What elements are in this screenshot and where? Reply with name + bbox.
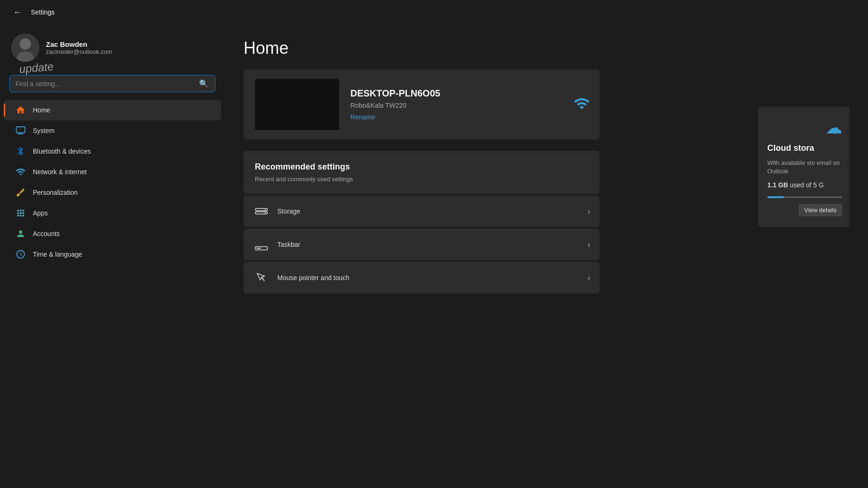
- wifi-icon: [573, 95, 590, 112]
- settings-item-mouse-label: Mouse pointer and touch: [277, 274, 580, 281]
- sidebar-item-bluetooth-label: Bluetooth & devices: [33, 148, 91, 155]
- svg-point-8: [265, 209, 266, 210]
- view-details-button[interactable]: View details: [799, 204, 842, 216]
- svg-point-9: [265, 212, 266, 213]
- sidebar-item-time[interactable]: Time & language: [4, 244, 221, 265]
- settings-list: Recommended settings Recent and commonly…: [244, 151, 600, 294]
- device-info: DESKTOP-PLN6O05 Robo&Kala TW220 Rename: [350, 88, 588, 121]
- search-input[interactable]: [15, 80, 194, 88]
- svg-rect-11: [257, 248, 261, 249]
- storage-icon: [253, 203, 270, 220]
- sidebar-item-network[interactable]: Network & internet: [4, 162, 221, 182]
- storage-arrow-icon: ›: [587, 207, 590, 216]
- sidebar-nav: Home System Bluetooth &: [0, 100, 225, 265]
- search-container: update 🔍: [0, 71, 225, 100]
- cloud-panel: ☁ Cloud stora With available sto email o…: [758, 69, 849, 228]
- device-card: DESKTOP-PLN6O05 Robo&Kala TW220 Rename: [244, 69, 600, 140]
- cloud-icon-area: ☁: [767, 118, 842, 138]
- title-bar-text: Settings: [31, 8, 55, 16]
- settings-item-storage-label: Storage: [277, 207, 580, 215]
- taskbar-icon: [253, 236, 270, 253]
- personalization-icon: [15, 187, 26, 198]
- search-box: update 🔍: [9, 75, 215, 92]
- recommended-card: Recommended settings Recent and commonly…: [244, 151, 600, 194]
- system-icon: [15, 125, 26, 136]
- sidebar-item-apps-label: Apps: [33, 209, 48, 217]
- main-layout: Zac Bowden zacinsider@outlook.com update…: [0, 24, 868, 488]
- svg-point-1: [20, 38, 31, 50]
- sidebar-item-bluetooth[interactable]: Bluetooth & devices: [4, 141, 221, 162]
- storage-bar-fill: [767, 196, 784, 198]
- user-email: zacinsider@outlook.com: [46, 48, 112, 55]
- avatar-image: [11, 34, 39, 62]
- user-name: Zac Bowden: [46, 40, 112, 48]
- storage-bar: [767, 196, 842, 198]
- main-content: Home DESKTOP-PLN6O05 Robo&Kala TW220 Ren…: [225, 24, 868, 488]
- network-icon: [15, 166, 26, 177]
- sidebar-item-time-label: Time & language: [33, 251, 82, 258]
- sidebar-item-accounts-label: Accounts: [33, 230, 60, 237]
- sidebar-item-system-label: System: [33, 127, 55, 134]
- svg-rect-3: [16, 127, 25, 133]
- cloud-icon: ☁: [825, 118, 842, 138]
- settings-item-storage[interactable]: Storage ›: [244, 195, 600, 227]
- back-button[interactable]: ←: [9, 6, 25, 19]
- user-profile[interactable]: Zac Bowden zacinsider@outlook.com: [0, 24, 225, 71]
- settings-item-taskbar[interactable]: Taskbar ›: [244, 229, 600, 260]
- wifi-icon-area: [573, 95, 590, 114]
- accounts-icon: [15, 228, 26, 239]
- device-model: Robo&Kala TW220: [350, 102, 588, 109]
- home-icon: [15, 104, 26, 116]
- sidebar-item-home[interactable]: Home: [4, 100, 221, 120]
- mouse-arrow-icon: ›: [587, 273, 590, 283]
- svg-line-12: [262, 277, 264, 281]
- sidebar-item-network-label: Network & internet: [33, 168, 87, 176]
- settings-item-mouse[interactable]: Mouse pointer and touch ›: [244, 262, 600, 294]
- cloud-desc: With available sto email on Outlook: [767, 159, 842, 176]
- page-title: Home: [244, 38, 849, 58]
- avatar: [11, 34, 39, 62]
- sidebar-item-personalization[interactable]: Personalization: [4, 182, 221, 203]
- sidebar-item-home-label: Home: [33, 106, 50, 114]
- title-bar: ← Settings: [0, 0, 868, 24]
- sidebar-item-apps[interactable]: Apps: [4, 203, 221, 223]
- sidebar-item-personalization-label: Personalization: [33, 189, 78, 196]
- content-row: DESKTOP-PLN6O05 Robo&Kala TW220 Rename R: [244, 69, 849, 294]
- content-main: DESKTOP-PLN6O05 Robo&Kala TW220 Rename R: [244, 69, 749, 294]
- sidebar-item-accounts[interactable]: Accounts: [4, 223, 221, 244]
- cloud-title: Cloud stora: [767, 143, 842, 153]
- device-thumbnail: [255, 79, 339, 130]
- sidebar: Zac Bowden zacinsider@outlook.com update…: [0, 24, 225, 488]
- user-info: Zac Bowden zacinsider@outlook.com: [46, 40, 112, 55]
- cloud-storage-card: ☁ Cloud stora With available sto email o…: [758, 107, 849, 228]
- search-icon-button[interactable]: 🔍: [198, 78, 209, 89]
- cloud-storage-info: 1.1 GB used of 5 G: [767, 181, 842, 189]
- time-icon: [15, 249, 26, 260]
- recommended-title: Recommended settings: [255, 162, 588, 172]
- apps-icon: [15, 207, 26, 219]
- device-name: DESKTOP-PLN6O05: [350, 88, 588, 99]
- taskbar-arrow-icon: ›: [587, 240, 590, 250]
- recommended-subtitle: Recent and commonly used settings: [255, 176, 588, 183]
- svg-rect-4: [18, 133, 22, 134]
- bluetooth-icon: [15, 146, 26, 157]
- sidebar-item-system[interactable]: System: [4, 120, 221, 141]
- svg-rect-5: [18, 133, 24, 134]
- device-rename-link[interactable]: Rename: [350, 113, 375, 121]
- settings-item-taskbar-label: Taskbar: [277, 241, 580, 248]
- mouse-icon: [253, 269, 270, 286]
